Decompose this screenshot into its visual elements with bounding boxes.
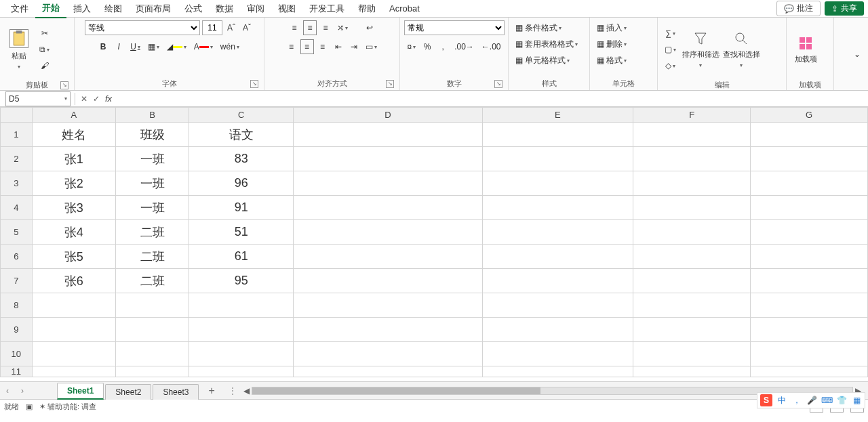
font-color-button[interactable]: A xyxy=(191,39,216,54)
menu-insert[interactable]: 插入 xyxy=(66,0,98,18)
cell-B1[interactable]: 班级 xyxy=(116,123,189,147)
increase-font-button[interactable]: Aˆ xyxy=(224,20,238,35)
cell-E5[interactable] xyxy=(482,220,633,245)
row-header-2[interactable]: 2 xyxy=(1,147,33,171)
cell-B2[interactable]: 一班 xyxy=(116,147,189,171)
ime-keyboard-button[interactable]: ⌨ xyxy=(821,395,832,406)
cell-C7[interactable]: 95 xyxy=(189,269,294,293)
cell-G8[interactable] xyxy=(751,293,868,318)
cell-C3[interactable]: 96 xyxy=(189,171,294,196)
menu-help[interactable]: 帮助 xyxy=(351,0,382,18)
clear-button[interactable]: ◇ xyxy=(662,58,679,73)
cell-B10[interactable] xyxy=(116,342,189,366)
cell-B4[interactable]: 一班 xyxy=(116,196,189,220)
hscroll-left[interactable]: ◀ xyxy=(242,386,252,396)
cell-D9[interactable] xyxy=(294,318,482,342)
ime-skin-button[interactable]: 👕 xyxy=(836,395,847,406)
cell-A4[interactable]: 张3 xyxy=(32,196,115,220)
dialog-launcher-clipboard[interactable]: ↘ xyxy=(60,81,68,89)
paste-button[interactable]: 粘贴 ▾ xyxy=(4,20,34,79)
ribbon-collapse-button[interactable]: ⌄ xyxy=(850,47,864,62)
enter-formula-button[interactable]: ✓ xyxy=(90,94,102,104)
cell-A10[interactable] xyxy=(32,342,115,366)
cell-A6[interactable]: 张5 xyxy=(32,245,115,269)
chevron-down-icon[interactable]: ▾ xyxy=(64,96,67,102)
fill-color-button[interactable]: ◢ xyxy=(164,39,189,54)
cell-G9[interactable] xyxy=(751,318,868,342)
cell-D10[interactable] xyxy=(294,342,482,366)
align-top-button[interactable]: ≡ xyxy=(288,20,301,35)
sheet-tab-1[interactable]: Sheet1 xyxy=(57,383,104,400)
cell-G4[interactable] xyxy=(751,196,868,220)
increase-decimal-button[interactable]: .00→ xyxy=(452,39,477,54)
cell-C5[interactable]: 51 xyxy=(189,220,294,245)
underline-button[interactable]: U xyxy=(127,39,143,54)
row-header-6[interactable]: 6 xyxy=(1,245,33,269)
sheet-tab-2[interactable]: Sheet2 xyxy=(105,384,151,400)
cell-B9[interactable] xyxy=(116,318,189,342)
add-sheet-button[interactable]: + xyxy=(200,382,222,400)
dialog-launcher-number[interactable]: ↘ xyxy=(494,80,502,88)
cell-F10[interactable] xyxy=(633,342,751,366)
cell-A3[interactable]: 张2 xyxy=(32,171,115,196)
italic-button[interactable]: I xyxy=(112,39,125,54)
comma-button[interactable]: , xyxy=(436,39,450,54)
cell-E11[interactable] xyxy=(482,366,633,377)
cell-F9[interactable] xyxy=(633,318,751,342)
dialog-launcher-alignment[interactable]: ↘ xyxy=(386,80,394,88)
cell-D11[interactable] xyxy=(294,366,482,377)
format-cells-button[interactable]: ▦ 格式 xyxy=(594,53,653,68)
row-header-7[interactable]: 7 xyxy=(1,269,33,293)
menu-acrobat[interactable]: Acrobat xyxy=(382,1,427,16)
cell-E7[interactable] xyxy=(482,269,633,293)
row-header-5[interactable]: 5 xyxy=(1,220,33,245)
row-header-1[interactable]: 1 xyxy=(1,123,33,147)
border-button[interactable]: ▦ xyxy=(145,39,162,54)
formula-input[interactable] xyxy=(115,91,868,106)
cell-G3[interactable] xyxy=(751,171,868,196)
cell-A9[interactable] xyxy=(32,318,115,342)
cell-F6[interactable] xyxy=(633,245,751,269)
menu-home[interactable]: 开始 xyxy=(35,0,66,18)
cell-G2[interactable] xyxy=(751,147,868,171)
cell-D3[interactable] xyxy=(294,171,482,196)
delete-cells-button[interactable]: ▦ 删除 xyxy=(594,37,653,51)
bold-button[interactable]: B xyxy=(96,39,110,54)
conditional-format-button[interactable]: ▦ 条件格式 xyxy=(513,20,585,35)
font-name-combo[interactable]: 等线 xyxy=(85,20,200,35)
increase-indent-button[interactable]: ⇥ xyxy=(347,39,361,54)
percent-button[interactable]: % xyxy=(420,39,434,54)
cell-C8[interactable] xyxy=(189,293,294,318)
row-header-10[interactable]: 10 xyxy=(1,342,33,366)
align-center-button[interactable]: ≡ xyxy=(300,39,314,54)
col-header-A[interactable]: A xyxy=(32,108,115,123)
cell-A8[interactable] xyxy=(32,293,115,318)
cell-D8[interactable] xyxy=(294,293,482,318)
col-header-C[interactable]: C xyxy=(189,108,294,123)
cell-D5[interactable] xyxy=(294,220,482,245)
sheet-tab-3[interactable]: Sheet3 xyxy=(153,384,199,400)
cell-C11[interactable] xyxy=(189,366,294,377)
addins-button[interactable]: 加载项 xyxy=(791,20,821,79)
menu-formulas[interactable]: 公式 xyxy=(178,0,209,18)
decrease-indent-button[interactable]: ⇤ xyxy=(332,39,345,54)
cell-G7[interactable] xyxy=(751,269,868,293)
row-header-4[interactable]: 4 xyxy=(1,196,33,220)
share-button[interactable]: ⇪ 共享 xyxy=(825,1,864,16)
cell-E6[interactable] xyxy=(482,245,633,269)
align-middle-button[interactable]: ≡ xyxy=(303,20,317,35)
menu-review[interactable]: 审阅 xyxy=(240,0,271,18)
cell-F11[interactable] xyxy=(633,366,751,377)
menu-page-layout[interactable]: 页面布局 xyxy=(129,0,178,18)
decrease-decimal-button[interactable]: ←.00 xyxy=(479,39,504,54)
col-header-G[interactable]: G xyxy=(751,108,868,123)
cell-F4[interactable] xyxy=(633,196,751,220)
cell-F2[interactable] xyxy=(633,147,751,171)
col-header-F[interactable]: F xyxy=(633,108,751,123)
cell-D6[interactable] xyxy=(294,245,482,269)
cell-D4[interactable] xyxy=(294,196,482,220)
cell-G6[interactable] xyxy=(751,245,868,269)
cell-G11[interactable] xyxy=(751,366,868,377)
ime-toolbox-button[interactable]: ▦ xyxy=(851,395,862,406)
copy-button[interactable]: ⧉ xyxy=(37,42,52,57)
